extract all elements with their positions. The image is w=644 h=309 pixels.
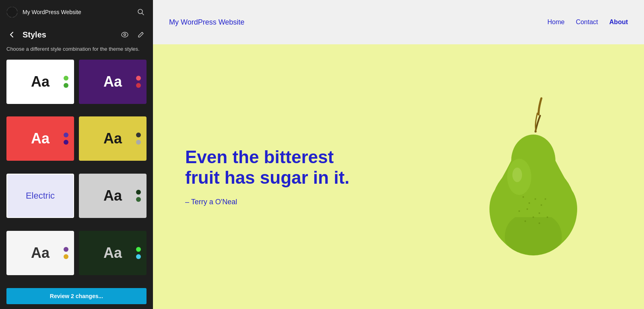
style-card-light[interactable]: Aa (6, 60, 74, 104)
nav-contact[interactable]: Contact (576, 19, 598, 26)
svg-point-15 (533, 216, 534, 218)
svg-point-11 (535, 198, 536, 200)
dot2 (136, 254, 141, 259)
style-card-dark-green[interactable]: Aa (79, 231, 147, 275)
preview-header: My WordPress Website Home Contact About (153, 0, 644, 44)
svg-point-14 (539, 212, 540, 214)
card-label: Aa (103, 189, 122, 203)
dot1 (64, 133, 68, 137)
preview-panel: My WordPress Website Home Contact About … (153, 0, 644, 309)
styles-header: Styles (0, 24, 153, 44)
style-card-gray[interactable]: Aa (79, 174, 147, 218)
hero-attribution: – Terry a O'Neal (185, 198, 354, 206)
style-card-warm[interactable]: Aa (6, 231, 74, 275)
svg-point-18 (524, 220, 526, 222)
preview-icon-button[interactable] (119, 29, 130, 40)
svg-point-13 (526, 208, 528, 210)
nav-home[interactable]: Home (547, 19, 565, 26)
svg-point-10 (528, 202, 530, 204)
topbar-site-name: My WordPress Website (23, 9, 130, 15)
dot2 (64, 83, 68, 88)
dot2 (64, 140, 68, 145)
dot1 (136, 190, 141, 195)
dot1 (136, 247, 141, 252)
preview-hero: Even the bitterest fruit has sugar in it… (153, 44, 644, 309)
style-card-electric[interactable]: Electric (6, 174, 74, 218)
search-button[interactable] (135, 6, 147, 18)
hero-quote: Even the bitterest fruit has sugar in it… (185, 147, 354, 188)
wordpress-logo (6, 6, 18, 18)
dot1 (64, 76, 68, 81)
hero-text: Even the bitterest fruit has sugar in it… (185, 147, 354, 206)
sidebar: My WordPress Website Styles Ch (0, 0, 153, 309)
dot1 (136, 133, 141, 137)
dot2 (64, 254, 68, 259)
dot2 (136, 83, 141, 88)
svg-point-3 (122, 32, 128, 37)
svg-point-16 (545, 198, 546, 200)
svg-point-4 (124, 34, 126, 36)
svg-point-20 (547, 216, 548, 218)
style-card-red[interactable]: Aa (6, 116, 74, 161)
dot2 (136, 197, 141, 202)
card-label: Aa (31, 246, 50, 260)
svg-point-9 (522, 196, 524, 198)
review-changes-button[interactable]: Review 2 changes... (6, 288, 147, 304)
card-label: Aa (31, 75, 50, 89)
dot1 (136, 76, 141, 81)
svg-point-12 (541, 204, 542, 206)
pear-svg (471, 96, 600, 257)
dot1 (64, 247, 68, 252)
edit-icon-button[interactable] (135, 29, 147, 40)
sidebar-topbar: My WordPress Website (0, 0, 153, 24)
preview-site-name: My WordPress Website (169, 18, 244, 27)
hero-pear-image (459, 92, 612, 261)
card-label: Aa (103, 75, 122, 89)
back-button[interactable] (6, 29, 18, 40)
preview-nav: Home Contact About (547, 19, 628, 26)
svg-point-19 (539, 222, 540, 224)
styles-description: Choose a different style combination for… (0, 44, 153, 60)
svg-point-17 (518, 210, 520, 212)
card-label: Aa (103, 131, 122, 146)
nav-about[interactable]: About (609, 19, 628, 26)
card-label: Aa (31, 131, 50, 146)
card-label: Aa (103, 246, 122, 260)
dot2 (136, 140, 141, 145)
style-grid: Aa Aa Aa (0, 60, 153, 284)
card-label: Electric (26, 191, 55, 201)
svg-line-2 (142, 13, 144, 15)
style-card-purple[interactable]: Aa (79, 60, 147, 104)
style-card-yellow[interactable]: Aa (79, 116, 147, 161)
styles-panel-title: Styles (23, 30, 114, 39)
svg-point-8 (512, 168, 522, 182)
